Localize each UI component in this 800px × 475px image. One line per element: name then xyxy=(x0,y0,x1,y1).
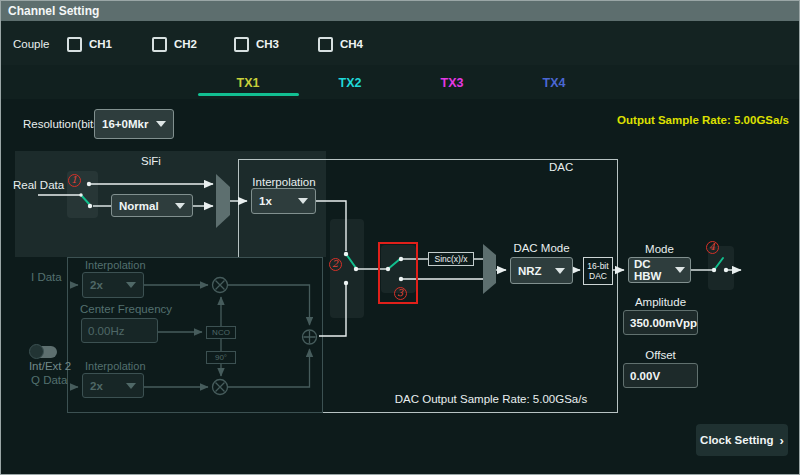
int-ext-toggle-knob[interactable] xyxy=(29,344,44,359)
ch1-label: CH1 xyxy=(89,38,112,50)
annotation-3: 3 xyxy=(394,287,407,300)
resolution-value: 16+0Mkr xyxy=(102,118,148,130)
interpolation-dropdown[interactable]: 1x xyxy=(251,188,316,214)
real-data-label: Real Data xyxy=(13,179,64,191)
output-sample-rate: Output Sample Rate: 5.00GSa/s xyxy=(617,114,789,126)
mode-dropdown[interactable]: DC HBW xyxy=(628,257,691,283)
dac-title: DAC xyxy=(549,161,573,173)
tab-tx3[interactable]: TX3 xyxy=(401,76,503,90)
tab-tx2[interactable]: TX2 xyxy=(299,76,401,90)
ch2-checkbox[interactable] xyxy=(152,37,167,52)
ch4-checkbox[interactable] xyxy=(318,37,333,52)
dac-mode-dropdown[interactable]: NRZ xyxy=(510,257,573,284)
window-title: Channel Setting xyxy=(8,1,799,21)
q-interpolation-value: 2x xyxy=(90,380,103,392)
chevron-down-icon xyxy=(675,267,685,273)
clock-setting-button[interactable]: Clock Setting › xyxy=(696,424,788,456)
center-frequency-input: 0.00Hz xyxy=(81,318,158,343)
chevron-down-icon xyxy=(126,282,136,288)
q-data-label: Q Data xyxy=(31,374,67,386)
center-frequency-label: Center Frequency xyxy=(80,303,172,315)
sifi-filter-value: Normal xyxy=(119,200,159,212)
chevron-down-icon xyxy=(126,383,136,389)
chevron-down-icon xyxy=(175,203,185,209)
amplitude-label: Amplitude xyxy=(623,296,698,308)
ch4-label: CH4 xyxy=(340,38,363,50)
ch2-label: CH2 xyxy=(174,38,197,50)
couple-ch2[interactable]: CH2 xyxy=(152,37,197,51)
annotation-2: 2 xyxy=(329,258,342,271)
dac-mode-value: NRZ xyxy=(518,265,542,277)
active-tab-underline xyxy=(198,93,299,96)
interpolation-value: 1x xyxy=(259,195,272,207)
offset-input[interactable]: 0.00V xyxy=(623,363,698,388)
nco-box: NCO xyxy=(206,326,236,339)
annotation-1: 1 xyxy=(68,174,81,187)
dac-bits-line2: DAC xyxy=(589,271,607,281)
int-ext-label: Int/Ext 2 xyxy=(20,360,80,372)
resolution-label: Resolution(bits) xyxy=(23,118,103,130)
offset-label: Offset xyxy=(623,349,698,361)
tab-tx1[interactable]: TX1 xyxy=(197,76,299,90)
chevron-right-icon: › xyxy=(780,433,784,448)
couple-label: Couple xyxy=(13,38,49,50)
sifi-title: SiFi xyxy=(121,155,181,167)
ch1-checkbox[interactable] xyxy=(67,37,82,52)
i-interpolation-label: Interpolation xyxy=(85,259,146,271)
annotation-4: 4 xyxy=(706,241,719,254)
q-interpolation-label: Interpolation xyxy=(85,360,146,372)
interpolation-label: Interpolation xyxy=(246,176,322,188)
phase-90-box: 90° xyxy=(206,351,236,364)
ch3-checkbox[interactable] xyxy=(234,37,249,52)
couple-ch3[interactable]: CH3 xyxy=(234,37,279,51)
dac-output-sample-rate: DAC Output Sample Rate: 5.00GSa/s xyxy=(378,393,604,405)
amplitude-input[interactable]: 350.00mVpp xyxy=(623,310,698,335)
q-interpolation-dropdown: 2x xyxy=(82,373,144,398)
clock-setting-label: Clock Setting xyxy=(700,434,773,446)
dac-bits-box: 16-bit DAC xyxy=(583,257,613,285)
mode-label: Mode xyxy=(628,243,691,255)
title-bar: Channel Setting xyxy=(1,1,799,21)
chevron-down-icon xyxy=(298,198,308,204)
dac-mode-label: DAC Mode xyxy=(510,242,573,254)
sifi-filter-dropdown[interactable]: Normal xyxy=(111,194,193,217)
couple-ch4[interactable]: CH4 xyxy=(318,37,363,51)
dac-bits-line1: 16-bit xyxy=(587,261,608,271)
couple-row xyxy=(1,21,799,65)
resolution-dropdown[interactable]: 16+0Mkr xyxy=(94,109,174,139)
chevron-down-icon xyxy=(156,121,166,127)
ch3-label: CH3 xyxy=(256,38,279,50)
chevron-down-icon xyxy=(555,268,565,274)
i-interpolation-dropdown: 2x xyxy=(82,272,144,298)
couple-ch1[interactable]: CH1 xyxy=(67,37,112,51)
i-interpolation-value: 2x xyxy=(90,279,103,291)
sinc-filter-box: Sinc(x)/x xyxy=(428,252,474,266)
tab-tx4[interactable]: TX4 xyxy=(503,76,605,90)
channel-setting-window: Channel Setting Couple CH1 CH2 CH3 CH4 T… xyxy=(0,0,800,475)
mode-value: DC HBW xyxy=(634,258,671,282)
i-data-label: I Data xyxy=(31,271,62,283)
